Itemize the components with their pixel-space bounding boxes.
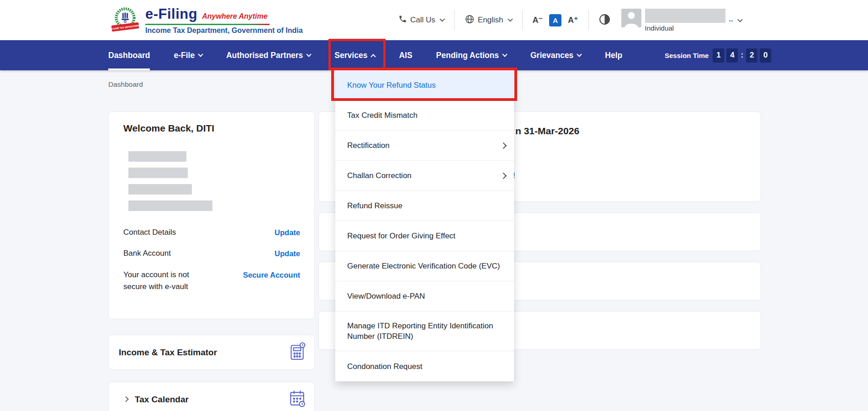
user-role-label: Individual: [645, 24, 725, 32]
nav-item-efile[interactable]: e-File: [174, 40, 202, 70]
menu-item-condonation-request[interactable]: Condonation Request: [335, 351, 514, 381]
header-divider: [522, 10, 523, 30]
chevron-down-icon: [502, 52, 507, 57]
language-label: English: [478, 16, 503, 25]
font-size-decrease-button[interactable]: A⁻: [533, 15, 543, 25]
chevron-down-icon: [307, 52, 312, 57]
avatar: [621, 9, 641, 29]
nav-label: AIS: [399, 51, 412, 60]
menu-item-tax-credit-mismatch[interactable]: Tax Credit Mismatch: [335, 100, 514, 131]
menu-item-label: Challan Correction: [347, 170, 496, 181]
menu-item-label: View/Download e-PAN: [347, 291, 506, 301]
welcome-card: Welcome Back, DITI Contact Details Updat…: [108, 111, 315, 319]
estimator-title: Income & Tax Estimator: [119, 348, 217, 358]
menu-item-request-order-giving-effect[interactable]: Request for Order Giving Effect: [335, 221, 514, 251]
update-bank-link[interactable]: Update: [275, 248, 300, 259]
active-tab-indicator: [108, 68, 150, 70]
chevron-down-icon: [577, 52, 582, 57]
banner-heading-fragment: n 31-Mar-2026: [515, 126, 579, 137]
income-tax-estimator-card[interactable]: Income & Tax Estimator: [108, 335, 315, 370]
menu-item-label: Manage ITD Reporting Entity Identificati…: [347, 321, 506, 342]
bank-account-row: Bank Account Update: [123, 248, 300, 259]
menu-item-know-your-refund-status[interactable]: Know Your Refund Status: [335, 70, 514, 100]
menu-item-view-download-epan[interactable]: View/Download e-PAN: [335, 281, 514, 311]
income-tax-emblem-icon: INCOME TAX DEPARTMENT: [111, 5, 140, 37]
chevron-down-icon: [198, 52, 203, 57]
calendar-icon: [289, 390, 306, 410]
redacted-detail-bar: [128, 151, 186, 162]
services-dropdown-menu: Know Your Refund Status Tax Credit Misma…: [335, 70, 514, 381]
call-us-menu[interactable]: Call Us: [398, 15, 444, 26]
evault-status-label: Your account is not secure with e-vault: [123, 269, 203, 293]
chevron-down-icon: [508, 16, 513, 21]
menu-item-label: Request for Order Giving Effect: [347, 231, 506, 241]
session-digit: 0: [760, 48, 771, 63]
nav-item-pending-actions[interactable]: Pending Actions: [436, 40, 507, 70]
session-timer: Session Time 1 4 : 2 0: [665, 40, 771, 70]
menu-item-generate-evc[interactable]: Generate Electronic Verification Code (E…: [335, 251, 514, 281]
efiling-logo[interactable]: INCOME TAX DEPARTMENT e-Filing Anywhere …: [111, 5, 303, 37]
evault-row: Your account is not secure with e-vault …: [123, 269, 300, 293]
phone-icon: [398, 15, 407, 26]
user-account-menu[interactable]: Individual ..: [621, 9, 742, 32]
nav-label: Dashboard: [108, 51, 150, 60]
contact-details-row: Contact Details Update: [123, 227, 300, 238]
menu-item-rectification[interactable]: Rectification: [335, 131, 514, 161]
nav-label: Grievances: [530, 51, 573, 60]
brand-text: e-Filing Anywhere Anytime Income Tax Dep…: [145, 5, 303, 35]
language-menu[interactable]: English: [465, 14, 512, 26]
font-size-default-button[interactable]: A: [549, 14, 561, 26]
bank-account-label: Bank Account: [123, 248, 171, 259]
header-divider: [588, 10, 589, 30]
nav-label: Authorised Partners: [226, 51, 303, 60]
session-digit: 1: [713, 48, 724, 63]
nav-label: Services: [334, 51, 367, 60]
header-controls: Call Us English A⁻ A A⁺: [398, 0, 742, 40]
top-header: INCOME TAX DEPARTMENT e-Filing Anywhere …: [0, 0, 868, 40]
nav-item-services[interactable]: Services: [334, 40, 375, 70]
update-contact-link[interactable]: Update: [275, 227, 300, 238]
nav-item-grievances[interactable]: Grievances: [530, 40, 581, 70]
header-divider: [454, 10, 455, 30]
contrast-toggle-icon[interactable]: [599, 14, 610, 27]
nav-item-authorised-partners[interactable]: Authorised Partners: [226, 40, 311, 70]
session-time-label: Session Time: [665, 52, 709, 59]
chevron-down-icon: [439, 16, 445, 21]
welcome-title: Welcome Back, DITI: [123, 123, 214, 134]
contact-details-label: Contact Details: [123, 227, 176, 238]
breadcrumb: Dashboard: [108, 80, 143, 89]
globe-icon: [465, 14, 475, 26]
menu-item-label: Generate Electronic Verification Code (E…: [347, 261, 506, 271]
menu-item-label: Condonation Request: [347, 361, 506, 372]
chevron-down-icon: [738, 17, 743, 22]
menu-item-challan-correction[interactable]: Challan Correction: [335, 161, 514, 191]
menu-item-refund-reissue[interactable]: Refund Reissue: [335, 191, 514, 221]
menu-item-manage-itdrein[interactable]: Manage ITD Reporting Entity Identificati…: [335, 311, 514, 351]
main-navigation: Dashboard e-File Authorised Partners Ser…: [0, 40, 868, 70]
font-size-increase-button[interactable]: A⁺: [568, 15, 578, 25]
chevron-right-icon: [500, 172, 507, 179]
brand-tagline: Anywhere Anytime: [202, 12, 267, 21]
tax-calendar-card[interactable]: Tax Calendar: [108, 382, 315, 411]
redacted-detail-bar: [128, 200, 212, 211]
brand-title: e-Filing: [145, 6, 197, 22]
session-digit: 4: [726, 48, 738, 63]
user-name-redacted: [645, 9, 725, 23]
nav-item-help[interactable]: Help: [605, 40, 622, 70]
call-us-label: Call Us: [410, 16, 435, 25]
nav-item-ais[interactable]: AIS: [399, 40, 412, 70]
user-meta: Individual: [645, 9, 725, 32]
brand-divider: [145, 24, 270, 25]
nav-item-dashboard[interactable]: Dashboard: [108, 40, 150, 70]
secure-account-link[interactable]: Secure Account: [243, 269, 300, 281]
chevron-right-icon: [500, 142, 507, 148]
chevron-up-icon: [371, 54, 376, 59]
session-digits: 1 4 : 2 0: [713, 48, 771, 63]
session-digit: 2: [746, 48, 757, 63]
efiling-dashboard-page: INCOME TAX DEPARTMENT e-Filing Anywhere …: [0, 0, 868, 411]
user-name-ellipsis: ..: [729, 15, 733, 23]
redacted-detail-bar: [128, 168, 188, 178]
brand-subtitle: Income Tax Department, Government of Ind…: [145, 26, 303, 34]
session-colon: :: [741, 51, 743, 60]
calculator-icon: [289, 342, 306, 363]
